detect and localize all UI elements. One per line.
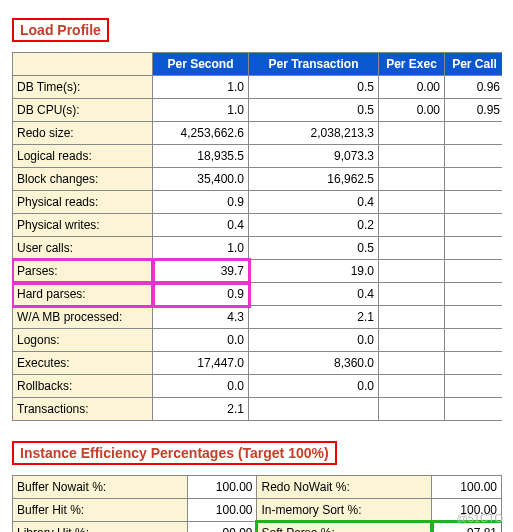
cell: Buffer Hit %:	[13, 499, 188, 522]
cell: Library Hit %:	[13, 522, 188, 533]
watermark: @51CTO	[457, 512, 502, 524]
cell	[445, 145, 503, 168]
cell: 0.9	[153, 191, 249, 214]
cell	[445, 122, 503, 145]
cell: Transactions:	[13, 398, 153, 421]
cell	[445, 237, 503, 260]
cell: 18,935.5	[153, 145, 249, 168]
cell: 0.4	[249, 191, 379, 214]
cell	[379, 191, 445, 214]
cell: 100.00	[187, 499, 257, 522]
cell: Buffer Nowait %:	[13, 476, 188, 499]
table-row: Logical reads:18,935.59,073.3	[13, 145, 503, 168]
cell	[379, 306, 445, 329]
cell: Physical reads:	[13, 191, 153, 214]
cell	[379, 329, 445, 352]
cell: 0.5	[249, 237, 379, 260]
cell: Block changes:	[13, 168, 153, 191]
cell: Executes:	[13, 352, 153, 375]
table-row: Transactions:2.1	[13, 398, 503, 421]
cell	[379, 122, 445, 145]
cell: 35,400.0	[153, 168, 249, 191]
table-row: Rollbacks:0.00.0	[13, 375, 503, 398]
cell: 4,253,662.6	[153, 122, 249, 145]
cell: In-memory Sort %:	[257, 499, 432, 522]
table-row: DB CPU(s):1.00.50.000.95	[13, 99, 503, 122]
table-row: Executes:17,447.08,360.0	[13, 352, 503, 375]
efficiency-heading: Instance Efficiency Percentages (Target …	[12, 441, 337, 465]
cell: 0.0	[153, 375, 249, 398]
cell	[379, 237, 445, 260]
cell: 17,447.0	[153, 352, 249, 375]
column-header: Per Second	[153, 53, 249, 76]
cell: 0.00	[379, 99, 445, 122]
cell: 99.99	[187, 522, 257, 533]
cell	[379, 352, 445, 375]
cell	[445, 260, 503, 283]
cell: 2.1	[153, 398, 249, 421]
load-profile-heading: Load Profile	[12, 18, 109, 42]
cell	[249, 398, 379, 421]
cell: 0.95	[445, 99, 503, 122]
cell: User calls:	[13, 237, 153, 260]
table-row: Buffer Nowait %:100.00Redo NoWait %:100.…	[13, 476, 502, 499]
cell: 0.5	[249, 99, 379, 122]
cell	[445, 306, 503, 329]
cell: Redo NoWait %:	[257, 476, 432, 499]
column-header	[13, 53, 153, 76]
table-row: Logons:0.00.0	[13, 329, 503, 352]
cell: W/A MB processed:	[13, 306, 153, 329]
cell: 16,962.5	[249, 168, 379, 191]
cell: 0.0	[249, 375, 379, 398]
cell: 8,360.0	[249, 352, 379, 375]
cell	[445, 191, 503, 214]
cell: 100.00	[432, 476, 502, 499]
cell: 0.4	[153, 214, 249, 237]
cell: 0.2	[249, 214, 379, 237]
cell: 0.9	[153, 283, 249, 306]
cell: 0.00	[379, 76, 445, 99]
cell: 0.0	[249, 329, 379, 352]
cell: 0.96	[445, 76, 503, 99]
cell: 100.00	[187, 476, 257, 499]
column-header: Per Transaction	[249, 53, 379, 76]
table-row: Block changes:35,400.016,962.5	[13, 168, 503, 191]
table-row: User calls:1.00.5	[13, 237, 503, 260]
cell	[445, 168, 503, 191]
cell: 1.0	[153, 76, 249, 99]
cell: DB Time(s):	[13, 76, 153, 99]
cell	[445, 352, 503, 375]
table-row: DB Time(s):1.00.50.000.96	[13, 76, 503, 99]
cell	[445, 283, 503, 306]
cell: Logons:	[13, 329, 153, 352]
cell: 2,038,213.3	[249, 122, 379, 145]
table-row: Physical writes:0.40.2	[13, 214, 503, 237]
cell	[379, 168, 445, 191]
cell: 1.0	[153, 237, 249, 260]
cell: Rollbacks:	[13, 375, 153, 398]
cell: 19.0	[249, 260, 379, 283]
cell: Soft Parse %:	[257, 522, 432, 533]
cell	[445, 375, 503, 398]
cell: Physical writes:	[13, 214, 153, 237]
table-row: Physical reads:0.90.4	[13, 191, 503, 214]
column-header: Per Exec	[379, 53, 445, 76]
cell: 9,073.3	[249, 145, 379, 168]
table-row: Hard parses:0.90.4	[13, 283, 503, 306]
load-profile-table: Per SecondPer TransactionPer ExecPer Cal…	[12, 52, 502, 421]
cell	[445, 214, 503, 237]
table-row: Buffer Hit %:100.00In-memory Sort %:100.…	[13, 499, 502, 522]
cell: Hard parses:	[13, 283, 153, 306]
cell: Logical reads:	[13, 145, 153, 168]
column-header: Per Call	[445, 53, 503, 76]
cell: 0.4	[249, 283, 379, 306]
cell: 1.0	[153, 99, 249, 122]
cell	[379, 260, 445, 283]
cell: 0.5	[249, 76, 379, 99]
cell: DB CPU(s):	[13, 99, 153, 122]
cell	[379, 145, 445, 168]
cell	[379, 375, 445, 398]
table-row: Parses:39.719.0	[13, 260, 503, 283]
table-row: Redo size:4,253,662.62,038,213.3	[13, 122, 503, 145]
cell: 2.1	[249, 306, 379, 329]
